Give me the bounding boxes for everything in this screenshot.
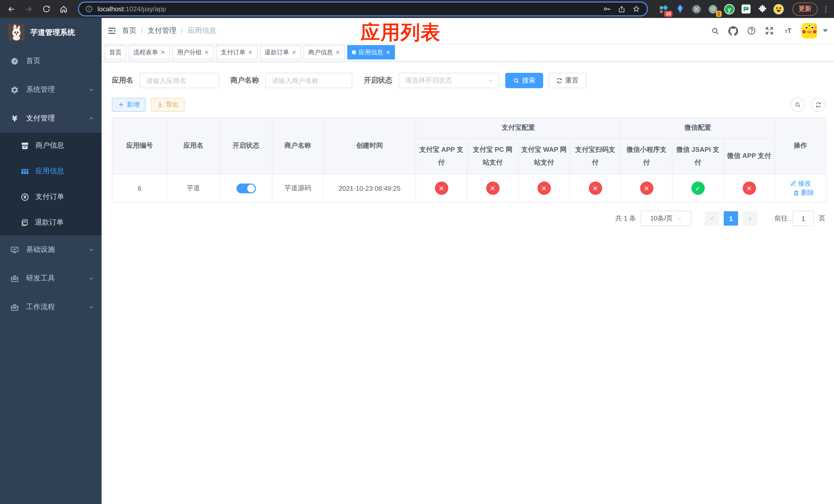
page-number-current[interactable]: 1 [724,211,738,226]
tab-home[interactable]: 首页 [105,45,126,60]
breadcrumb-home[interactable]: 首页 [122,26,136,36]
col-app-name: 应用名 [167,118,220,174]
chevron-down-icon [488,78,493,83]
next-page-button[interactable] [743,211,757,226]
sidebar-item-app-info[interactable]: 应用信息 [0,158,102,184]
filter-form: 应用名 商户名称 开启状态 请选择开启状态 搜索 [112,73,825,88]
share-icon[interactable] [618,5,626,13]
extension-record-icon[interactable]: 1 [707,3,719,15]
table-refresh-button[interactable] [811,97,825,112]
chevron-down-icon [88,304,94,310]
chevron-down-icon [88,275,94,281]
extension-blocks-icon[interactable]: 10 [658,3,670,15]
tab-user-group[interactable]: 用户分组✕ [172,45,213,60]
header-search-icon[interactable] [711,26,720,35]
table-search-toggle-button[interactable] [790,97,805,112]
page-size-select[interactable]: 10条/页 [641,211,692,226]
sidebar-item-label: 支付订单 [36,192,64,202]
chevron-up-icon [88,115,94,121]
breadcrumb-payment[interactable]: 支付管理 [148,26,176,36]
tab-refund-orders[interactable]: 退款订单✕ [260,45,301,60]
screenshot-annotation-title: 应用列表 [360,20,441,46]
sidebar-item-dev-tools[interactable]: 研发工具 [0,264,102,293]
navbar: 首页 / 支付管理 / 应用信息 应用列表 TT [102,18,834,44]
breadcrumb: 首页 / 支付管理 / 应用信息 [122,26,216,36]
search-icon [513,77,520,84]
sidebar: 芋道管理系统 首页 系统管理 ¥ 支付管理 [0,18,102,504]
col-status: 开启状态 [220,118,272,174]
col-alipay-pc: 支付宝 PC 网站支付 [467,138,518,174]
extensions-puzzle-icon[interactable] [756,3,768,15]
url-text[interactable]: localhost:1024/pay/app [97,5,166,13]
close-icon[interactable]: ✕ [386,49,390,55]
merchant-name-input[interactable] [265,73,352,88]
profile-avatar-emoji[interactable] [773,3,784,15]
cell-created: 2021-10-23 08:49:25 [323,174,416,202]
sidebar-item-merchant-info[interactable]: 商户信息 [0,133,102,158]
reset-button[interactable]: 重置 [548,73,586,88]
cell-wechat-jsapi: ✓ [672,174,723,202]
password-key-icon[interactable] [603,5,611,13]
avatar-caret-icon[interactable] [823,29,828,32]
cell-app-name: 芋道 [167,174,220,202]
close-icon[interactable]: ✕ [248,49,253,55]
table-toolbar: 新增 导出 [112,97,825,112]
tab-merchant-info[interactable]: 商户信息✕ [304,45,345,60]
address-bar[interactable]: localhost:1024/pay/app [78,2,648,17]
app-name-input[interactable] [139,73,219,88]
tab-app-info-active[interactable]: 应用信息✕ [347,45,395,60]
refresh-icon [556,77,563,84]
browser-menu-icon[interactable] [822,5,830,13]
add-button[interactable]: 新增 [112,98,146,112]
cell-wechat-mini: ✕ [621,174,672,202]
sidebar-item-home[interactable]: 首页 [0,47,102,75]
goto-page-input[interactable]: 1 [792,211,814,226]
sidebar-item-refund-orders[interactable]: 退款订单 [0,210,102,235]
sidebar-item-system[interactable]: 系统管理 [0,75,102,104]
tab-pay-orders[interactable]: 支付订单✕ [216,45,257,60]
export-button[interactable]: 导出 [151,98,185,112]
fullscreen-icon[interactable] [765,26,774,36]
close-icon[interactable]: ✕ [291,49,296,55]
breadcrumb-current: 应用信息 [188,26,216,36]
help-question-icon[interactable] [747,26,756,36]
extension-kite-icon[interactable] [675,3,686,15]
sidebar-logo-row[interactable]: 芋道管理系统 [0,18,102,47]
browser-back-icon[interactable] [4,2,19,16]
close-icon[interactable]: ✕ [335,49,340,55]
status-select[interactable]: 请选择开启状态 [398,73,499,88]
site-info-icon[interactable] [85,5,93,13]
browser-reload-icon[interactable] [39,2,53,16]
cell-status [220,174,272,202]
tab-process-form[interactable]: 流程表单✕ [129,45,170,60]
extension-y-icon[interactable]: y [724,3,735,15]
close-icon[interactable]: ✕ [160,49,165,55]
search-button[interactable]: 搜索 [505,73,543,88]
prev-page-button[interactable] [705,211,719,226]
trash-icon [793,189,799,196]
github-icon[interactable] [728,26,738,36]
active-dot [352,50,356,54]
svg-text:¥: ¥ [23,194,26,200]
font-size-icon[interactable]: TT [783,26,793,36]
sidebar-item-payment[interactable]: ¥ 支付管理 [0,104,102,133]
delete-link[interactable]: 删除 [793,188,814,198]
browser-home-icon[interactable] [57,2,71,16]
bookmark-star-icon[interactable] [632,5,641,13]
edit-link[interactable]: 修改 [790,179,811,188]
close-icon[interactable]: ✕ [204,49,209,55]
toolbox-icon [10,274,19,283]
channel-status-badge: ✕ [640,182,653,195]
extension-chat-icon[interactable] [740,3,751,15]
sidebar-item-infrastructure[interactable]: 基础设施 [0,235,102,264]
cell-wechat-app: ✕ [723,174,775,202]
extension-command-icon[interactable]: ⌘ [691,3,702,15]
browser-forward-icon[interactable] [22,2,36,16]
pagination: 共 1 条 10条/页 1 前往 1 页 [112,211,825,226]
user-avatar[interactable] [802,23,817,39]
browser-update-button[interactable]: 更新 [792,2,818,16]
sidebar-toggle-hamburger-icon[interactable] [102,18,122,44]
sidebar-item-workflow[interactable]: 工作流程 [0,293,102,321]
sidebar-item-pay-orders[interactable]: ¥ 支付订单 [0,184,102,210]
status-toggle[interactable] [236,183,256,193]
